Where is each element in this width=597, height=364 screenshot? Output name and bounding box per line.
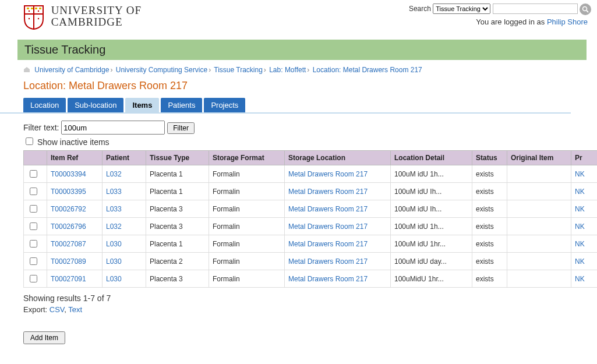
table-row: T00027089L030Placenta 2FormalinMetal Dra… (24, 253, 598, 270)
login-status: You are logged in as Philip Shore (476, 17, 588, 26)
tissue-type: Placenta 3 (146, 270, 209, 288)
svg-point-5 (38, 10, 39, 12)
svg-point-6 (29, 18, 30, 19)
row-checkbox[interactable] (30, 205, 37, 213)
app-title-bar: Tissue Tracking (17, 40, 587, 60)
project-link[interactable]: NK (575, 222, 585, 231)
filter-text-input[interactable] (61, 121, 165, 135)
storage-format: Formalin (209, 183, 285, 200)
login-user-link[interactable]: Philip Shore (547, 17, 588, 26)
filter-button[interactable]: Filter (167, 122, 195, 134)
row-checkbox[interactable] (30, 257, 37, 265)
item-ref-link[interactable]: T00026796 (51, 222, 86, 231)
column-header[interactable]: Storage Location (285, 151, 391, 165)
storage-location-link[interactable]: Metal Drawers Room 217 (288, 240, 368, 248)
original-item (507, 235, 571, 253)
filter-row: Filter text: Filter (0, 114, 597, 136)
select-all-header (24, 151, 47, 165)
add-item-button[interactable]: Add Item (23, 331, 65, 344)
original-item (507, 165, 571, 183)
original-item (507, 253, 571, 270)
original-item (507, 200, 571, 218)
breadcrumb-link[interactable]: Lab: Moffett (269, 66, 306, 74)
storage-location-link[interactable]: Metal Drawers Room 217 (288, 170, 368, 178)
tab-bar: LocationSub-locationItemsPatientsProject… (0, 98, 571, 114)
table-row: T00027087L030Placenta 1FormalinMetal Dra… (24, 235, 598, 253)
project-link[interactable]: NK (575, 257, 585, 266)
breadcrumb-link[interactable]: Tissue Tracking (214, 66, 263, 74)
original-item (507, 183, 571, 200)
status: exists (472, 200, 507, 218)
column-header[interactable]: Patient (103, 151, 146, 165)
svg-rect-1 (31, 8, 33, 9)
search-button[interactable] (580, 3, 591, 15)
row-checkbox[interactable] (30, 275, 37, 282)
tab-sub-location[interactable]: Sub-location (68, 98, 123, 112)
patient-link[interactable]: L032 (106, 222, 122, 231)
row-checkbox[interactable] (30, 240, 37, 248)
storage-location-link[interactable]: Metal Drawers Room 217 (288, 188, 368, 196)
location-detail: 100uM idU 1hr... (391, 235, 472, 253)
item-ref-link[interactable]: T00027089 (51, 257, 86, 266)
project-link[interactable]: NK (575, 275, 585, 283)
export-csv-link[interactable]: CSV (50, 305, 65, 314)
column-header[interactable]: Tissue Type (146, 151, 209, 165)
tissue-type: Placenta 1 (146, 235, 209, 253)
show-inactive-row: Show inactive items (0, 136, 597, 150)
tab-projects[interactable]: Projects (204, 98, 245, 112)
patient-link[interactable]: L030 (106, 275, 122, 283)
svg-point-8 (583, 7, 587, 11)
tab-patients[interactable]: Patients (161, 98, 202, 112)
breadcrumb-link[interactable]: University of Cambridge (34, 66, 109, 74)
column-header[interactable]: Location Detail (391, 151, 472, 165)
item-ref-link[interactable]: T00026792 (51, 205, 86, 213)
svg-point-7 (38, 18, 39, 19)
storage-location-link[interactable]: Metal Drawers Room 217 (288, 222, 368, 231)
tab-location[interactable]: Location (23, 98, 66, 112)
storage-location-link[interactable]: Metal Drawers Room 217 (288, 275, 368, 283)
patient-link[interactable]: L033 (106, 188, 122, 196)
column-header[interactable]: Status (472, 151, 507, 165)
row-checkbox[interactable] (30, 188, 37, 195)
project-link[interactable]: NK (575, 205, 585, 213)
patient-link[interactable]: L033 (106, 205, 122, 213)
location-detail: 100uMidU 1hr... (391, 270, 472, 288)
storage-format: Formalin (209, 270, 285, 288)
patient-link[interactable]: L032 (106, 170, 122, 178)
show-inactive-checkbox[interactable] (26, 137, 33, 145)
project-link[interactable]: NK (575, 188, 585, 196)
item-ref-link[interactable]: T00027091 (51, 275, 86, 283)
column-header[interactable]: Storage Format (209, 151, 285, 165)
column-header[interactable]: Original Item (507, 151, 571, 165)
export-text-link[interactable]: Text (68, 305, 82, 314)
column-header[interactable]: Item Ref (47, 151, 103, 165)
breadcrumb-link[interactable]: University Computing Service (116, 66, 207, 74)
project-link[interactable]: NK (575, 240, 585, 248)
university-logo: UNIVERSITY OF CAMBRIDGE (23, 5, 142, 32)
svg-line-9 (587, 10, 588, 12)
tab-items[interactable]: Items (125, 98, 159, 112)
row-checkbox[interactable] (30, 222, 37, 230)
storage-format: Formalin (209, 165, 285, 183)
item-ref-link[interactable]: T00003394 (51, 170, 86, 178)
breadcrumb-link[interactable]: Location: Metal Drawers Room 217 (313, 66, 422, 74)
row-checkbox[interactable] (30, 170, 37, 178)
project-link[interactable]: NK (575, 170, 585, 178)
location-detail: 100uM idU 1h... (391, 165, 472, 183)
search-scope-select[interactable]: Tissue Tracking (433, 3, 490, 14)
search-block: Search Tissue Tracking (409, 3, 591, 15)
item-ref-link[interactable]: T00027087 (51, 240, 86, 248)
location-detail: 100uM idU Ih... (391, 183, 472, 200)
search-input[interactable] (493, 3, 578, 14)
patient-link[interactable]: L030 (106, 240, 122, 248)
item-ref-link[interactable]: T00003395 (51, 188, 86, 196)
patient-link[interactable]: L030 (106, 257, 122, 266)
tissue-type: Placenta 1 (146, 183, 209, 200)
status: exists (472, 218, 507, 235)
status: exists (472, 235, 507, 253)
column-header[interactable]: Pr (571, 151, 598, 165)
storage-location-link[interactable]: Metal Drawers Room 217 (288, 257, 368, 266)
storage-location-link[interactable]: Metal Drawers Room 217 (288, 205, 368, 213)
status: exists (472, 253, 507, 270)
table-row: T00027091L030Placenta 3FormalinMetal Dra… (24, 270, 598, 288)
